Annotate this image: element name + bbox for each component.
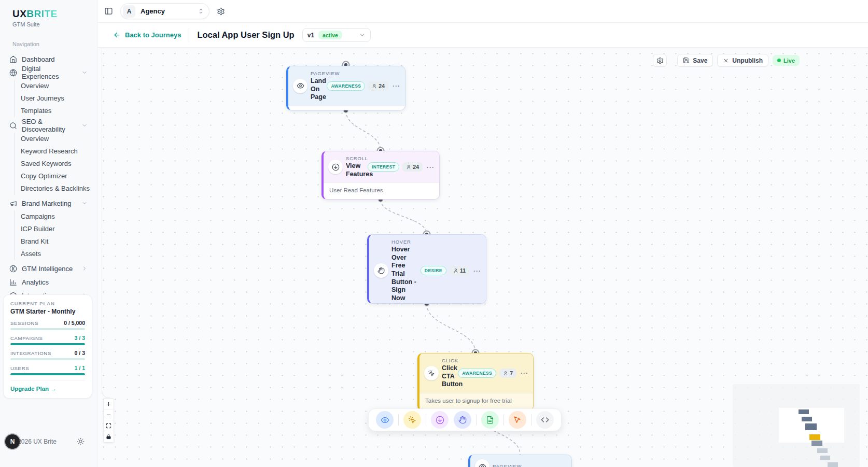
sidebar-item-brand-kit[interactable]: Brand Kit [21,235,92,248]
sidebar-item-overview[interactable]: Overview [21,80,92,92]
node-menu-button[interactable]: ⋯ [391,82,400,90]
seo-submenu: Overview Keyword Research Saved Keywords… [14,133,92,195]
sidebar-item-directories-backlinks[interactable]: Directories & Backlinks [21,182,92,195]
sidebar-item-digital-experiences[interactable]: Digital Experiences [5,66,92,79]
campaigns-meter: CAMPAIGNS3 / 3 [10,335,85,345]
home-icon [9,55,17,63]
page-header: Back to Journeys Local App User Sign Up … [97,23,868,48]
fit-view-button[interactable] [104,420,114,431]
journey-node-hover-free-trial[interactable]: HOVER Hover Over Free Trial Button - Sig… [367,234,486,304]
node-type-label: PAGEVIEW [311,70,324,76]
workspace-avatar: A [123,5,135,18]
scroll-tool-arrow-down-circle-icon[interactable] [431,411,449,429]
sidebar-item-seo-discoverability[interactable]: SEO & Discoverability [5,119,92,132]
canvas-panel-edge [102,48,110,398]
minimap[interactable] [733,384,860,467]
sidebar-toggle-icon[interactable] [104,7,113,16]
sidebar-item-campaigns[interactable]: Campaigns [21,210,92,223]
sidebar-item-label: Brand Marketing [22,200,71,207]
sidebar-item-label: Digital Experiences [22,65,77,80]
sidebar-item-keyword-research[interactable]: Keyword Research [21,145,92,158]
user-count-badge: 11 [450,266,469,275]
node-type-label: HOVER [391,239,417,245]
theme-toggle-sun-icon[interactable] [77,437,85,445]
form-tool-file-text-icon[interactable] [481,411,499,429]
node-menu-button[interactable]: ⋯ [426,163,435,171]
lock-button[interactable] [104,431,114,442]
brand-logo-brite: BRITE [26,8,58,19]
chevron-right-icon [81,265,88,272]
minimap-node [811,441,822,446]
zoom-out-button[interactable] [104,409,114,420]
minimap-node [809,434,820,440]
pageview-tool-eye-icon[interactable] [376,411,394,429]
user-count-badge: 7 [499,369,516,378]
pointer-tool-cursor-icon[interactable] [509,411,526,429]
journey-node-pageview-partial[interactable]: PAGEVIEW [468,455,572,467]
chevron-down-icon [359,32,366,38]
plan-name: GTM Starter - Monthly [10,308,85,315]
meter-value: 1 / 1 [75,365,85,371]
divider [189,29,189,42]
globe-icon [9,69,17,77]
save-button[interactable]: Save [677,54,713,67]
person-icon [503,371,508,376]
suite-label: GTM Suite [0,20,97,27]
chevron-down-icon [81,200,88,206]
close-icon [723,58,729,64]
node-menu-button[interactable]: ⋯ [520,369,528,377]
sidebar-item-assets[interactable]: Assets [21,248,92,260]
arrow-left-icon [113,31,121,39]
journey-settings-button[interactable] [653,54,667,67]
sidebar-item-brand-marketing[interactable]: Brand Marketing [5,196,92,210]
divider [503,414,504,426]
meter-value: 0 / 3 [75,350,85,356]
journey-node-click-cta[interactable]: CLICK Click CTA Button AWARENESS 7 ⋯ Tak… [417,353,534,411]
progress-bar [10,358,85,360]
sidebar: UXBRITE GTM Suite Navigation Dashboard D… [0,0,97,467]
chevron-down-icon [81,69,88,76]
sidebar-item-gtm-intelligence[interactable]: GTM Intelligence [5,262,92,275]
sidebar-footer: © 2026 UX Brite N [0,420,97,467]
hover-tool-hand-icon[interactable] [454,411,471,429]
meter-value: 0 / 5,000 [64,320,85,326]
sidebar-item-copy-optimizer[interactable]: Copy Optimizer [21,170,92,182]
journey-node-scroll-features[interactable]: SCROLL View Features INTEREST 24 ⋯ User … [321,151,440,200]
workspace-name: Agency [141,7,165,15]
version-select[interactable]: v1 active [302,28,371,42]
sidebar-item-label: GTM Intelligence [22,265,73,273]
sidebar-item-saved-keywords[interactable]: Saved Keywords [21,158,92,170]
node-description: User Read Features [324,182,439,199]
sidebar-item-label: SEO & Discoverability [22,118,77,133]
journey-node-pageview-land[interactable]: PAGEVIEW Land On Page AWARENESS 24 ⋯ Use… [286,66,405,110]
user-avatar[interactable]: N [5,434,20,449]
sidebar-item-user-journeys[interactable]: User Journeys [21,92,92,105]
click-tool-cursor-click-icon[interactable] [403,411,421,429]
back-to-journeys-link[interactable]: Back to Journeys [113,31,181,39]
current-plan-card: CURRENT PLAN GTM Starter - Monthly SESSI… [3,294,92,399]
sidebar-item-icp-builder[interactable]: ICP Builder [21,223,92,235]
node-title: Click CTA Button [442,364,455,389]
unpublish-button[interactable]: Unpublish [717,54,768,67]
sidebar-item-seo-overview[interactable]: Overview [21,133,92,145]
upgrade-plan-link[interactable]: Upgrade Plan → [10,386,85,392]
sidebar-item-templates[interactable]: Templates [21,105,92,117]
search-icon [9,122,17,130]
workspace-select[interactable]: A Agency [120,3,209,19]
code-tool-code-icon[interactable] [536,411,554,429]
person-icon [372,83,377,89]
sidebar-item-analytics[interactable]: Analytics [5,275,92,289]
sidebar-item-dashboard[interactable]: Dashboard [5,52,92,66]
node-menu-button[interactable]: ⋯ [472,267,481,275]
meter-label: USERS [10,365,29,371]
settings-gear-icon[interactable] [217,7,225,16]
arrow-down-circle-icon [328,160,343,174]
stage-badge: AWARENESS [327,81,365,91]
brand-marketing-submenu: Campaigns ICP Builder Brand Kit Assets [14,210,92,260]
zoom-in-button[interactable] [104,399,114,409]
progress-bar [10,343,85,345]
live-dot-icon [777,59,781,62]
divider [531,414,531,426]
journey-canvas[interactable]: Save Unpublish Live PAGEVIEW Land On Pag… [97,48,868,467]
sidebar-item-label: Dashboard [22,55,55,63]
